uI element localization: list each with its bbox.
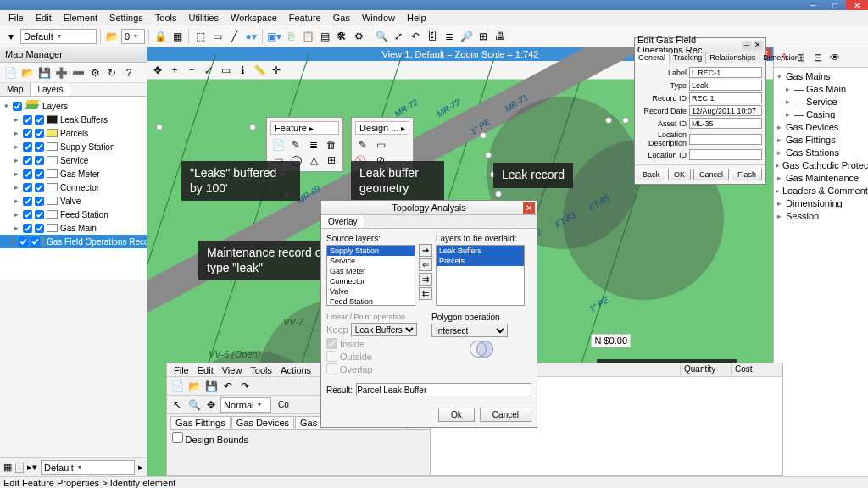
list-item[interactable]: Leak Buffers	[437, 246, 524, 256]
topo-cancel-button[interactable]: Cancel	[480, 408, 531, 422]
bmenu-actions[interactable]: Actions	[277, 365, 314, 375]
tab-dimension[interactable]: Dimension	[760, 52, 804, 64]
select-icon[interactable]: ▭	[209, 29, 225, 44]
find-icon[interactable]: 🔎	[459, 29, 474, 44]
print-icon[interactable]: 🖶	[492, 29, 508, 44]
tab-general[interactable]: General	[635, 52, 670, 64]
design-b-icon[interactable]: ▭	[373, 137, 388, 152]
scale-combo[interactable]: 0	[121, 29, 145, 44]
flash-button[interactable]: Flash	[732, 169, 762, 180]
source-layers-list[interactable]: Supply StationServiceGas MeterConnectorV…	[326, 245, 415, 306]
gear-icon[interactable]: ⚙	[351, 29, 366, 44]
polygon-op-combo[interactable]: Intersect	[431, 324, 508, 337]
bmenu-file[interactable]: File	[170, 365, 192, 375]
layer-visible-checkbox[interactable]	[23, 169, 32, 179]
bpan-icon[interactable]: ✥	[203, 397, 219, 413]
bpointer-icon[interactable]: ↖	[170, 397, 185, 413]
lock-icon[interactable]: 🔒	[153, 29, 168, 44]
root-checkbox[interactable]	[13, 102, 22, 111]
field-input[interactable]: ML-35	[689, 118, 762, 129]
menu-settings[interactable]: Settings	[104, 12, 148, 24]
xdata-icon[interactable]: ⊞	[476, 29, 491, 44]
bottom-tab[interactable]: Gas Fittings	[170, 416, 231, 430]
keep-combo[interactable]: Leak Buffers	[351, 323, 417, 336]
layer-select-checkbox[interactable]	[35, 210, 44, 219]
dropdown-icon[interactable]: ▾	[3, 29, 19, 44]
tree-node[interactable]: ▸Gas Maintenance	[776, 171, 866, 184]
measure-icon[interactable]: 📏	[252, 63, 267, 78]
menu-workspace[interactable]: Workspace	[225, 12, 282, 24]
layer-visible-checkbox[interactable]	[23, 197, 32, 206]
bsave-icon[interactable]: 💾	[203, 379, 219, 394]
tree-collapse-icon[interactable]: ⊟	[810, 50, 826, 65]
field-input[interactable]: 12/Aug/2011 10:07	[689, 105, 762, 116]
back-button[interactable]: Back	[637, 169, 665, 180]
topo-ok-button[interactable]: Ok	[438, 408, 475, 422]
layer-visible-checkbox[interactable]	[19, 237, 28, 247]
layer-visible-checkbox[interactable]	[23, 224, 32, 233]
tree-node[interactable]: ▸Gas Devices	[776, 120, 866, 133]
add-all-button[interactable]: ⇉	[419, 273, 432, 286]
refresh-icon[interactable]: ↻	[104, 65, 120, 80]
remove-all-button[interactable]: ⇇	[419, 287, 432, 300]
bundo-icon[interactable]: ↶	[220, 379, 236, 394]
menu-feature[interactable]: Feature	[284, 12, 326, 24]
layer-row[interactable]: ▸Gas Meter	[0, 167, 147, 180]
help-icon[interactable]: ?	[121, 65, 136, 80]
bottom-tab[interactable]: Gas Devices	[231, 416, 294, 430]
bnew-icon[interactable]: 📄	[170, 379, 185, 394]
layer-row[interactable]: ▸Gas Main	[0, 221, 147, 235]
copy-icon[interactable]: ⎘	[283, 29, 298, 44]
list-item[interactable]: Feed Station	[327, 297, 415, 306]
feat-d-icon[interactable]: ⊞	[324, 152, 339, 168]
feat-attr-icon[interactable]: ≣	[306, 137, 321, 152]
layer-row[interactable]: ▸Connector	[0, 180, 147, 194]
design-a-icon[interactable]: ✎	[355, 137, 370, 152]
minimize-button[interactable]: ─	[802, 0, 824, 10]
layer-visible-checkbox[interactable]	[23, 142, 32, 152]
more-icon[interactable]: ▸	[138, 462, 143, 473]
feat-edit-icon[interactable]: ✎	[288, 137, 303, 152]
close-button[interactable]: ✕	[846, 0, 868, 10]
tab-layers[interactable]: Layers	[31, 83, 70, 96]
layer-select-checkbox[interactable]	[35, 169, 44, 179]
dlg-min-icon[interactable]: ─	[742, 41, 752, 50]
select-rect-icon[interactable]: ▭	[218, 63, 233, 78]
tree-node[interactable]: ▸Gas Fittings	[776, 133, 866, 146]
layer-visible-checkbox[interactable]	[23, 183, 32, 192]
menu-element[interactable]: Element	[58, 12, 103, 24]
layer-select-checkbox[interactable]	[35, 224, 44, 233]
list-item[interactable]: Gas Meter	[327, 266, 415, 276]
workspace-combo[interactable]: Default	[20, 29, 97, 44]
tree-node[interactable]: ▸— Casing	[776, 108, 866, 120]
tree-node[interactable]: ▸Leaders & Comments	[776, 184, 866, 197]
bredo-icon[interactable]: ↷	[237, 379, 253, 394]
tree-node[interactable]: ▸— Gas Main	[776, 82, 866, 95]
maximize-button[interactable]: □	[824, 0, 846, 10]
line-icon[interactable]: ╱	[226, 29, 242, 44]
layer-visible-checkbox[interactable]	[23, 156, 32, 165]
bmenu-edit[interactable]: Edit	[194, 365, 217, 375]
layer-select-checkbox[interactable]	[35, 197, 44, 206]
field-input[interactable]: Leak	[689, 80, 762, 91]
overlay-layers-list[interactable]: Leak BuffersParcels	[436, 245, 525, 306]
layer-row[interactable]: ▸Gas Field Operations Record	[0, 235, 147, 248]
remove-layer-button[interactable]: ⇐	[419, 258, 432, 271]
topo-close-icon[interactable]: ✕	[523, 202, 535, 214]
list-item[interactable]: Valve	[327, 286, 415, 297]
identify-icon[interactable]: ℹ	[235, 63, 250, 78]
grid-toggle-icon[interactable]: ▦	[3, 462, 12, 473]
field-input[interactable]	[689, 134, 762, 145]
tree-root[interactable]: ▾ Layers	[0, 99, 147, 113]
grid-col-quantity[interactable]: Quantity	[681, 363, 732, 376]
layer-select-checkbox[interactable]	[35, 115, 44, 125]
layer-select-checkbox[interactable]	[35, 129, 44, 138]
layer-row[interactable]: ▸Parcels	[0, 126, 147, 140]
cursor-icon[interactable]: ⬚	[192, 29, 208, 44]
zoom-window-icon[interactable]: 🔍	[374, 29, 389, 44]
feat-c-icon[interactable]: △	[306, 152, 321, 168]
layer-select-checkbox[interactable]	[35, 156, 44, 165]
cancel-button[interactable]: Cancel	[693, 169, 729, 180]
mode-combo[interactable]: Normal	[220, 397, 271, 413]
db-icon[interactable]: 🗄	[425, 29, 440, 44]
